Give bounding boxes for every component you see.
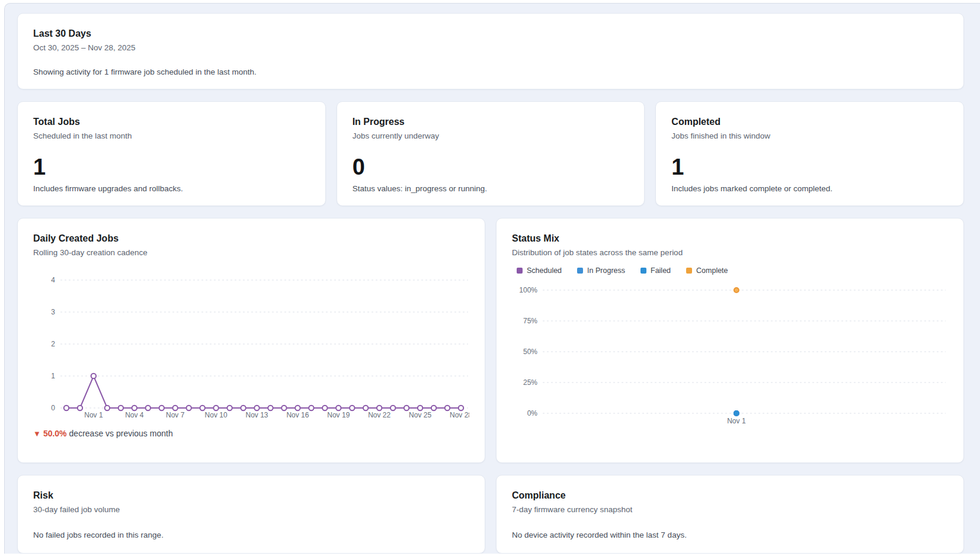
svg-text:25%: 25%: [523, 378, 537, 387]
last-30-days-card: Last 30 Days Oct 30, 2025 – Nov 28, 2025…: [17, 13, 964, 89]
stat-title: Completed: [671, 116, 948, 128]
svg-text:75%: 75%: [523, 317, 537, 325]
risk-card: Risk 30-day failed job volume No failed …: [17, 475, 485, 554]
summary-date-range: Oct 30, 2025 – Nov 28, 2025: [33, 43, 948, 53]
svg-text:100%: 100%: [519, 286, 537, 294]
risk-subtitle: 30-day failed job volume: [33, 504, 469, 515]
svg-text:0: 0: [51, 404, 55, 412]
svg-text:Nov 28: Nov 28: [450, 411, 469, 419]
summary-description: Showing activity for 1 firmware job sche…: [33, 68, 948, 76]
svg-text:0%: 0%: [527, 409, 538, 417]
in-progress-swatch-icon: [577, 268, 583, 274]
delta-percent: 50.0%: [43, 429, 67, 438]
chart-subtitle: Distribution of job states across the sa…: [512, 248, 948, 258]
svg-text:Nov 1: Nov 1: [84, 411, 103, 419]
legend-item-complete[interactable]: Complete: [686, 266, 728, 275]
stat-subtitle: Jobs finished in this window: [671, 131, 948, 142]
stat-value: 1: [33, 155, 310, 179]
stat-value: 1: [671, 155, 948, 179]
daily-created-jobs-chart: 01234Nov 1Nov 4Nov 7Nov 10Nov 13Nov 16No…: [33, 265, 469, 419]
scheduled-swatch-icon: [517, 268, 523, 274]
svg-text:50%: 50%: [523, 348, 537, 356]
svg-text:3: 3: [51, 308, 55, 316]
status-mix-chart: 100%75%50%25%0%Nov 1: [512, 282, 948, 427]
svg-text:Nov 19: Nov 19: [327, 411, 350, 419]
decrease-arrow-icon: ▼: [33, 429, 41, 438]
failed-swatch-icon: [640, 268, 646, 274]
chart-title: Status Mix: [512, 233, 948, 245]
svg-text:Nov 1: Nov 1: [727, 417, 746, 425]
stat-title: In Progress: [353, 116, 629, 128]
legend-label: In Progress: [587, 266, 625, 275]
legend-item-scheduled[interactable]: Scheduled: [517, 266, 562, 275]
svg-text:Nov 22: Nov 22: [368, 411, 390, 419]
daily-created-jobs-card: Daily Created Jobs Rolling 30-day creati…: [17, 218, 485, 463]
stat-subtitle: Jobs currently underway: [353, 131, 629, 142]
dashboard-page: Last 30 Days Oct 30, 2025 – Nov 28, 2025…: [4, 3, 980, 554]
stat-value: 0: [353, 155, 629, 179]
compliance-body: No device activity recorded within the l…: [512, 531, 948, 539]
stats-row: Total Jobs Scheduled in the last month 1…: [17, 101, 964, 206]
compliance-subtitle: 7-day firmware currency snapshot: [512, 504, 948, 515]
svg-text:1: 1: [51, 372, 55, 380]
status-mix-legend: Scheduled In Progress Failed Complete: [512, 266, 948, 275]
stat-footnote: Includes firmware upgrades and rollbacks…: [33, 184, 310, 193]
charts-row: Daily Created Jobs Rolling 30-day creati…: [17, 218, 964, 463]
stat-title: Total Jobs: [33, 116, 310, 128]
chart-subtitle: Rolling 30-day creation cadence: [33, 248, 469, 258]
stat-footnote: Includes jobs marked complete or complet…: [671, 184, 948, 193]
bottom-row: Risk 30-day failed job volume No failed …: [17, 475, 964, 554]
svg-text:Nov 10: Nov 10: [205, 411, 228, 419]
legend-label: Failed: [651, 266, 671, 275]
legend-label: Scheduled: [527, 266, 562, 275]
risk-body: No failed jobs recorded in this range.: [33, 531, 469, 539]
summary-title: Last 30 Days: [33, 28, 948, 40]
completed-card: Completed Jobs finished in this window 1…: [655, 101, 964, 206]
legend-item-in-progress[interactable]: In Progress: [577, 266, 625, 275]
svg-text:Nov 13: Nov 13: [246, 411, 268, 419]
chart-title: Daily Created Jobs: [33, 233, 469, 245]
status-mix-card: Status Mix Distribution of job states ac…: [496, 218, 964, 463]
legend-label: Complete: [696, 266, 728, 275]
in-progress-card: In Progress Jobs currently underway 0 St…: [337, 101, 645, 206]
risk-title: Risk: [33, 490, 469, 502]
total-jobs-card: Total Jobs Scheduled in the last month 1…: [17, 101, 326, 206]
stat-footnote: Status values: in_progress or running.: [353, 184, 629, 193]
svg-text:Nov 7: Nov 7: [166, 411, 185, 419]
svg-text:Nov 4: Nov 4: [125, 411, 144, 419]
compliance-title: Compliance: [512, 490, 948, 502]
delta-indicator: ▼50.0%decrease vs previous month: [33, 429, 469, 438]
compliance-card: Compliance 7-day firmware currency snaps…: [496, 475, 964, 554]
svg-text:4: 4: [51, 276, 55, 284]
svg-text:Nov 16: Nov 16: [286, 411, 309, 419]
stat-subtitle: Scheduled in the last month: [33, 131, 310, 142]
complete-swatch-icon: [686, 268, 692, 274]
legend-item-failed[interactable]: Failed: [640, 266, 671, 275]
svg-text:Nov 25: Nov 25: [409, 411, 431, 419]
svg-text:2: 2: [51, 340, 55, 348]
delta-text: decrease vs previous month: [69, 429, 173, 438]
